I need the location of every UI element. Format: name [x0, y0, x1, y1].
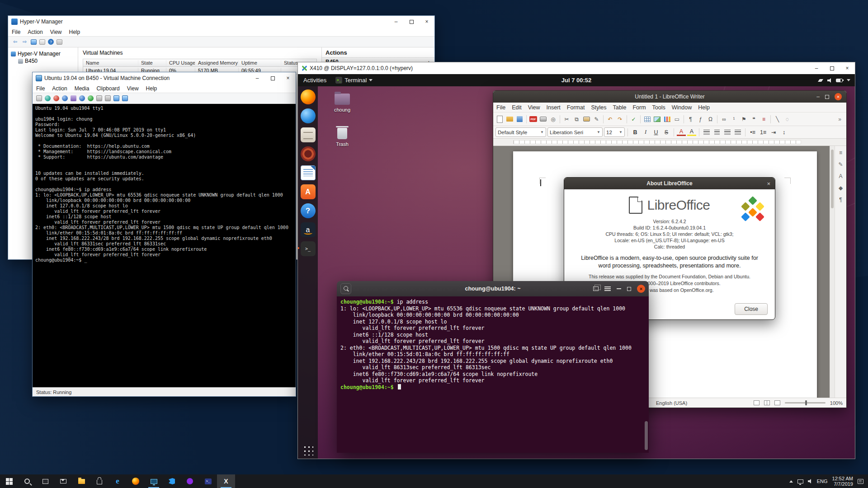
activities-button[interactable]: Activities [298, 77, 332, 84]
maximize-icon[interactable] [265, 72, 280, 84]
paragraph-style-select[interactable]: Default Style▼ [495, 127, 546, 137]
menu-help[interactable]: Help [66, 29, 84, 35]
maximize-icon[interactable] [824, 62, 840, 74]
menu-clipboard[interactable]: Clipboard [93, 85, 123, 92]
desktop-icon-home[interactable]: choung [326, 94, 358, 113]
minimize-icon[interactable]: – [388, 16, 404, 28]
minimize-icon[interactable]: – [250, 72, 265, 84]
menu-action[interactable]: Action [24, 29, 46, 35]
sidebar-navigator-icon[interactable]: ¶ [839, 197, 842, 203]
undo-icon[interactable]: ↶ [605, 114, 615, 124]
multi-page-view-icon[interactable] [764, 400, 770, 405]
align-left-button[interactable] [702, 128, 711, 137]
strikethrough-button[interactable]: S [662, 128, 671, 137]
system-status-area[interactable] [818, 74, 850, 86]
menu-action[interactable]: Action [48, 85, 71, 92]
copy-icon[interactable]: ⧉ [572, 114, 581, 124]
tree-item-root[interactable]: Hyper-V Manager [10, 50, 76, 57]
enhanced-session-icon[interactable] [113, 95, 119, 101]
language-indicator[interactable]: ENG [817, 479, 828, 484]
volume-icon[interactable] [808, 479, 812, 483]
page-break-icon[interactable]: ¶ [686, 114, 695, 124]
menu-table[interactable]: Table [609, 104, 629, 111]
taskbar-clock[interactable]: 12:52 AM 7/7/2019 [832, 476, 853, 487]
justify-button[interactable] [733, 128, 742, 137]
menu-view[interactable]: View [525, 104, 543, 111]
search-icon[interactable] [340, 283, 351, 294]
insert-chart-icon[interactable] [662, 114, 672, 124]
dialog-titlebar[interactable]: About LibreOffice × [564, 178, 775, 189]
menu-form[interactable]: Form [629, 104, 649, 111]
menu-media[interactable]: Media [71, 85, 93, 92]
horizontal-ruler[interactable] [493, 139, 846, 146]
hyperv-taskbar-button[interactable] [145, 474, 163, 488]
save-state-icon[interactable] [71, 95, 76, 101]
sidebar-settings-icon[interactable]: ≡ [839, 150, 842, 156]
reset-icon[interactable] [88, 95, 94, 101]
vm-console[interactable]: Ubuntu 19.04 ubu1904 tty1 ubu1904 login:… [33, 104, 296, 387]
special-character-icon[interactable]: Ω [706, 114, 715, 124]
close-icon[interactable]: × [280, 72, 296, 84]
app-menu[interactable]: >_ Terminal [332, 77, 376, 84]
line-spacing-button[interactable]: ↕ [779, 128, 788, 137]
bookmark-icon[interactable]: ⚑ [739, 114, 749, 124]
insert-table-icon[interactable] [642, 114, 652, 124]
turn-off-icon[interactable] [53, 95, 59, 101]
firefox-icon[interactable] [301, 89, 316, 104]
toolbar-overflow-icon[interactable]: » [835, 114, 844, 124]
task-view-button[interactable] [36, 474, 54, 488]
zoom-slider[interactable] [785, 402, 826, 404]
libreoffice-writer-icon[interactable] [301, 165, 316, 180]
pause-icon[interactable] [79, 95, 85, 101]
print-preview-icon[interactable]: ◎ [548, 114, 558, 124]
menu-window[interactable]: Window [669, 104, 695, 111]
menu-file[interactable]: File [493, 104, 509, 111]
menu-edit[interactable]: Edit [509, 104, 525, 111]
font-color-button[interactable]: A [677, 128, 686, 136]
sidebar-gallery-icon[interactable]: ◆ [839, 185, 843, 191]
menu-format[interactable]: Format [564, 104, 588, 111]
language-status[interactable]: English (USA) [656, 400, 687, 406]
menu-help[interactable]: Help [695, 104, 713, 111]
paste-icon[interactable] [582, 114, 591, 124]
new-document-icon[interactable] [495, 114, 505, 124]
find-replace-icon[interactable]: ◌ [783, 114, 792, 124]
vscode-button[interactable] [163, 474, 181, 488]
close-icon[interactable]: × [767, 180, 770, 187]
file-explorer-button[interactable] [72, 474, 90, 488]
highlight-color-button[interactable]: A [687, 128, 696, 136]
sidebar-properties-icon[interactable]: ✎ [838, 161, 843, 168]
close-icon[interactable]: × [419, 16, 434, 28]
col-state[interactable]: State [138, 60, 166, 66]
filter-icon[interactable] [57, 39, 62, 45]
menu-help[interactable]: Help [142, 85, 161, 92]
back-icon[interactable]: ⇦ [12, 38, 19, 45]
save-icon[interactable] [515, 114, 524, 124]
single-page-view-icon[interactable] [754, 400, 760, 405]
mail-button[interactable] [54, 474, 72, 488]
italic-button[interactable]: I [641, 128, 650, 137]
col-cpu[interactable]: CPU Usage [166, 60, 195, 66]
search-button[interactable] [18, 474, 36, 488]
redo-icon[interactable]: ↷ [615, 114, 625, 124]
x410-taskbar-button[interactable]: X [217, 474, 235, 488]
insert-image-icon[interactable] [652, 114, 662, 124]
align-right-button[interactable] [723, 128, 732, 137]
maximize-icon[interactable] [825, 95, 829, 99]
share-icon[interactable] [122, 95, 128, 101]
vertical-scrollbar[interactable] [830, 146, 835, 398]
help-icon[interactable]: ? [301, 203, 316, 218]
console-window-icon[interactable] [31, 39, 37, 45]
maximize-icon[interactable] [404, 16, 419, 28]
insert-field-icon[interactable]: ƒ [696, 114, 705, 124]
rhythmbox-icon[interactable] [301, 146, 316, 161]
bullet-list-button[interactable]: •≡ [748, 128, 757, 137]
show-applications-icon[interactable] [302, 445, 313, 455]
hyperv-titlebar[interactable]: Hyper-V Manager – × [8, 16, 434, 28]
desktop-icon-trash[interactable]: Trash [326, 128, 358, 147]
minimize-icon[interactable] [617, 288, 621, 289]
menu-file[interactable]: File [8, 29, 24, 35]
increase-indent-button[interactable]: ⇥ [769, 128, 778, 137]
vmconnect-titlebar[interactable]: Ubuntu 19.04 on B450 - Virtual Machine C… [33, 72, 296, 84]
start-icon[interactable] [45, 95, 51, 101]
